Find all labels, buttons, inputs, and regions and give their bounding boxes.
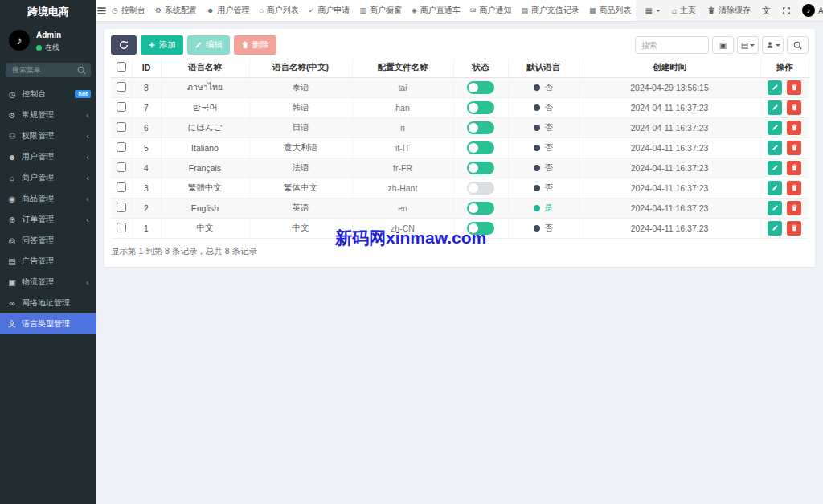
row-checkbox[interactable] xyxy=(117,162,126,172)
row-delete-button[interactable] xyxy=(787,201,801,215)
sidebar-item-label: 问答管理 xyxy=(22,235,54,246)
row-checkbox[interactable] xyxy=(117,122,126,132)
column-header: 配置文件名称 xyxy=(352,59,453,77)
topnav-item-label: 商户通知 xyxy=(479,5,511,16)
table-search-input[interactable] xyxy=(635,36,709,54)
row-edit-button[interactable] xyxy=(768,141,782,155)
row-delete-button[interactable] xyxy=(787,161,801,175)
status-toggle[interactable] xyxy=(467,121,494,134)
row-edit-button[interactable] xyxy=(768,181,782,195)
row-delete-button[interactable] xyxy=(787,181,801,195)
language-name-cn-cell: 日语 xyxy=(249,117,352,137)
topnav-item-label: 商户直通车 xyxy=(420,5,461,16)
status-toggle[interactable] xyxy=(467,141,494,154)
dashboard-icon: ◷ xyxy=(7,90,17,99)
check-icon: ✓ xyxy=(309,6,315,14)
select-all-checkbox[interactable] xyxy=(117,62,126,72)
row-checkbox[interactable] xyxy=(117,182,126,192)
table-row: 8 ภาษาไทย 泰语 tai 否 2024-04-29 13:56:15 xyxy=(111,77,809,97)
home-link[interactable]: ⌂主页 xyxy=(667,0,701,21)
pencil-icon xyxy=(772,224,779,232)
sidebar-menu-item[interactable]: ▤ 广告管理 xyxy=(0,251,96,272)
account-menu[interactable]: ♪ Admin xyxy=(797,0,823,21)
users-icon: ⚇ xyxy=(7,132,17,141)
row-checkbox[interactable] xyxy=(117,142,126,152)
sidebar-menu-item[interactable]: ∞ 网络地址管理 xyxy=(0,293,96,313)
row-delete-button[interactable] xyxy=(787,141,801,155)
row-checkbox[interactable] xyxy=(117,82,126,92)
order-icon: ⊕ xyxy=(7,215,17,224)
delete-button[interactable]: 删除 xyxy=(234,35,276,55)
topnav-item[interactable]: ▥ 商户橱窗 xyxy=(354,0,407,21)
sidebar-menu-item[interactable]: ⌂ 商户管理 ‹ xyxy=(0,167,96,188)
th-list-icon: ▦ xyxy=(645,6,652,15)
default-language-cell: 否 xyxy=(508,97,579,117)
status-toggle[interactable] xyxy=(467,101,494,114)
sidebar-menu-item[interactable]: 文 语言类型管理 xyxy=(0,313,96,334)
sidebar-menu-item[interactable]: ⊕ 订单管理 ‹ xyxy=(0,209,96,230)
row-edit-button[interactable] xyxy=(768,161,782,175)
toggle-view-button[interactable]: ▣ xyxy=(712,36,734,54)
columns-dropdown-button[interactable]: ▤ xyxy=(737,36,759,54)
sidebar-menu-item[interactable]: ◷ 控制台 hot xyxy=(0,84,96,104)
edit-button[interactable]: 编辑 xyxy=(187,35,230,55)
trash-icon xyxy=(791,224,798,232)
row-delete-button[interactable] xyxy=(787,80,801,95)
row-edit-button[interactable] xyxy=(768,201,782,215)
tabs-dropdown[interactable]: ▦ xyxy=(640,0,665,21)
row-checkbox[interactable] xyxy=(117,223,126,232)
hamburger-menu-icon[interactable] xyxy=(96,0,107,21)
topnav-item[interactable]: ▤ 商户充值记录 xyxy=(516,0,584,21)
add-label: 添加 xyxy=(159,39,176,51)
row-delete-button[interactable] xyxy=(787,221,801,236)
topnav-item[interactable]: ◷ 控制台 xyxy=(107,0,150,21)
language-name-cell: ภาษาไทย xyxy=(161,77,249,97)
toolbar-right: ▣ ▤ xyxy=(635,36,809,54)
row-edit-button[interactable] xyxy=(768,100,782,115)
user-icon: ☻ xyxy=(7,153,17,162)
search-submit-button[interactable] xyxy=(787,36,809,54)
sidebar-menu-item[interactable]: ⚇ 权限管理 ‹ xyxy=(0,125,96,146)
trash-icon xyxy=(707,6,715,14)
topnav-item[interactable]: ✉ 商户通知 xyxy=(465,0,517,21)
row-edit-button[interactable] xyxy=(768,221,782,236)
record-icon: ▤ xyxy=(521,6,528,14)
topnav-item[interactable]: ⚙ 系统配置 xyxy=(150,0,202,21)
pencil-icon xyxy=(772,164,779,171)
chevron-left-icon: ‹ xyxy=(86,194,89,203)
sidebar-menu-item[interactable]: ▣ 物流管理 ‹ xyxy=(0,272,96,293)
trash-icon xyxy=(791,204,798,211)
row-delete-button[interactable] xyxy=(787,100,801,115)
fullscreen-icon[interactable] xyxy=(777,0,796,21)
status-toggle[interactable] xyxy=(467,162,494,174)
chevron-left-icon: ‹ xyxy=(86,110,89,120)
topnav-right: ▦ ⌂主页 清除缓存 文 ♪ Admin ⚙ xyxy=(636,0,823,21)
topnav-item[interactable]: ◈ 商户直通车 xyxy=(407,0,465,21)
trash-icon xyxy=(791,144,798,151)
topnav-item[interactable]: ▦ 商品列表 xyxy=(584,0,637,21)
status-toggle[interactable] xyxy=(467,202,494,215)
row-edit-button[interactable] xyxy=(768,121,782,135)
row-delete-button[interactable] xyxy=(787,121,801,135)
sidebar-menu-item[interactable]: ☻ 用户管理 ‹ xyxy=(0,146,96,167)
export-dropdown-button[interactable] xyxy=(762,36,784,54)
qa-icon: ◎ xyxy=(7,236,17,245)
sidebar-menu-item[interactable]: ⚙ 常规管理 ‹ xyxy=(0,104,96,125)
translate-icon[interactable]: 文 xyxy=(757,0,776,21)
status-toggle[interactable] xyxy=(467,182,494,195)
row-checkbox[interactable] xyxy=(117,203,126,212)
clear-cache-button[interactable]: 清除缓存 xyxy=(702,0,755,21)
sidebar-menu-item[interactable]: ◎ 问答管理 xyxy=(0,230,96,251)
search-icon[interactable] xyxy=(77,66,86,76)
row-checkbox[interactable] xyxy=(117,102,126,112)
network-icon: ∞ xyxy=(7,299,17,308)
sidebar-menu-item[interactable]: ◉ 商品管理 ‹ xyxy=(0,188,96,209)
topnav-item[interactable]: ⌂ 商户列表 xyxy=(254,0,303,21)
row-edit-button[interactable] xyxy=(768,80,782,95)
topnav-item[interactable]: ☻ 用户管理 xyxy=(202,0,254,21)
account-name: Admin xyxy=(818,6,823,15)
refresh-button[interactable] xyxy=(111,35,137,55)
add-button[interactable]: 添加 xyxy=(141,35,183,55)
status-toggle[interactable] xyxy=(467,81,494,94)
topnav-item[interactable]: ✓ 商户申请 xyxy=(304,0,355,21)
